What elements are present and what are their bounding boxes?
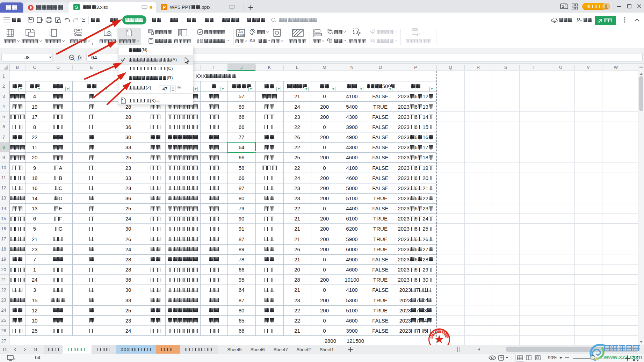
svg-text:Aa: Aa [238, 30, 243, 34]
svg-text:S: S [75, 5, 78, 10]
svg-text:s: s [14, 357, 15, 361]
svg-text:2: 2 [562, 4, 564, 8]
svg-text:P: P [163, 5, 166, 10]
